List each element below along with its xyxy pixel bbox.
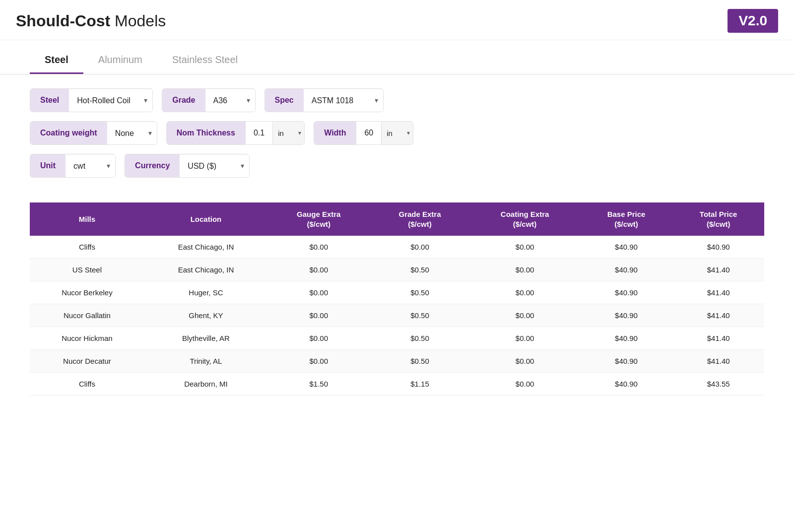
tabs-row: Steel Aluminum Stainless Steel: [0, 45, 794, 74]
cell-gauge-extra: $0.00: [267, 281, 370, 304]
cell-mills: Cliffs: [30, 236, 144, 259]
control-row-1: Steel Hot-Rolled Coil Cold-Rolled Coil P…: [30, 88, 764, 112]
cell-mills: Nucor Gallatin: [30, 304, 144, 327]
nom-thickness-control-group: Nom Thickness 0.1 in mm: [166, 121, 305, 145]
spec-label: Spec: [265, 89, 304, 112]
cell-gauge-extra: $0.00: [267, 327, 370, 350]
table-row: Nucor Hickman Blytheville, AR $0.00 $0.5…: [30, 327, 764, 350]
table-row: Cliffs Dearborn, MI $1.50 $1.15 $0.00 $4…: [30, 373, 764, 396]
cell-gauge-extra: $0.00: [267, 259, 370, 281]
cell-base-price: $40.90: [580, 281, 673, 304]
tab-stainless-steel[interactable]: Stainless Steel: [157, 45, 253, 74]
steel-control-group: Steel Hot-Rolled Coil Cold-Rolled Coil P…: [30, 88, 153, 112]
table-row: Nucor Gallatin Ghent, KY $0.00 $0.50 $0.…: [30, 304, 764, 327]
results-table: Mills Location Gauge Extra($/cwt) Grade …: [30, 202, 764, 396]
nom-thickness-label: Nom Thickness: [167, 122, 245, 144]
cell-gauge-extra: $0.00: [267, 350, 370, 373]
cell-base-price: $40.90: [580, 350, 673, 373]
unit-label: Unit: [30, 154, 66, 177]
cell-grade-extra: $0.50: [370, 327, 470, 350]
cell-base-price: $40.90: [580, 259, 673, 281]
table-row: Nucor Decatur Trinity, AL $0.00 $0.50 $0…: [30, 350, 764, 373]
cell-mills: Cliffs: [30, 373, 144, 396]
table-header-row: Mills Location Gauge Extra($/cwt) Grade …: [30, 202, 764, 236]
steel-select-wrapper: Hot-Rolled Coil Cold-Rolled Coil Plate: [69, 89, 152, 112]
cell-location: Trinity, AL: [144, 350, 267, 373]
cell-total-price: $43.55: [672, 373, 764, 396]
cell-coating-extra: $0.00: [469, 373, 580, 396]
spec-control-group: Spec ASTM 1018 ASTM 1020 ASTM 1045: [265, 88, 384, 112]
currency-select[interactable]: USD ($) EUR (€) GBP (£): [180, 155, 249, 177]
unit-control-group: Unit cwt ton lb: [30, 154, 116, 178]
cell-total-price: $41.40: [672, 304, 764, 327]
results-table-area: Mills Location Gauge Extra($/cwt) Grade …: [0, 187, 794, 415]
table-row: Nucor Berkeley Huger, SC $0.00 $0.50 $0.…: [30, 281, 764, 304]
col-gauge-extra: Gauge Extra($/cwt): [267, 202, 370, 236]
coating-weight-label: Coating weight: [30, 122, 107, 144]
cell-total-price: $41.40: [672, 259, 764, 281]
nom-thickness-value: 0.1: [245, 122, 272, 144]
unit-select-wrapper: cwt ton lb: [66, 155, 115, 177]
unit-select[interactable]: cwt ton lb: [66, 155, 115, 177]
steel-label: Steel: [30, 89, 69, 112]
table-row: US Steel East Chicago, IN $0.00 $0.50 $0…: [30, 259, 764, 281]
nom-thickness-unit-select[interactable]: in mm: [272, 122, 304, 144]
col-base-price: Base Price($/cwt): [580, 202, 673, 236]
cell-total-price: $41.40: [672, 281, 764, 304]
spec-select[interactable]: ASTM 1018 ASTM 1020 ASTM 1045: [304, 89, 383, 112]
cell-mills: Nucor Berkeley: [30, 281, 144, 304]
cell-gauge-extra: $0.00: [267, 236, 370, 259]
cell-grade-extra: $0.50: [370, 281, 470, 304]
cell-grade-extra: $0.50: [370, 259, 470, 281]
grade-label: Grade: [162, 89, 205, 112]
cell-coating-extra: $0.00: [469, 236, 580, 259]
page-header: Should-Cost Models V2.0: [0, 0, 794, 40]
currency-control-group: Currency USD ($) EUR (€) GBP (£): [125, 154, 250, 178]
control-row-2: Coating weight None G60 G90 Nom Thicknes…: [30, 121, 764, 145]
cell-grade-extra: $1.15: [370, 373, 470, 396]
col-mills: Mills: [30, 202, 144, 236]
cell-base-price: $40.90: [580, 236, 673, 259]
grade-control-group: Grade A36 A572 A1011: [162, 88, 255, 112]
currency-label: Currency: [125, 154, 180, 177]
steel-select[interactable]: Hot-Rolled Coil Cold-Rolled Coil Plate: [69, 89, 152, 112]
coating-weight-select[interactable]: None G60 G90: [107, 122, 157, 144]
coating-weight-control-group: Coating weight None G60 G90: [30, 121, 157, 145]
cell-location: Blytheville, AR: [144, 327, 267, 350]
cell-coating-extra: $0.00: [469, 281, 580, 304]
grade-select-wrapper: A36 A572 A1011: [205, 89, 255, 112]
width-value: 60: [356, 122, 381, 144]
cell-base-price: $40.90: [580, 304, 673, 327]
controls-area: Steel Hot-Rolled Coil Cold-Rolled Coil P…: [0, 74, 794, 178]
cell-location: East Chicago, IN: [144, 259, 267, 281]
tab-steel[interactable]: Steel: [30, 45, 83, 74]
width-unit-select[interactable]: in mm: [381, 122, 413, 144]
cell-location: Huger, SC: [144, 281, 267, 304]
currency-select-wrapper: USD ($) EUR (€) GBP (£): [180, 155, 249, 177]
cell-base-price: $40.90: [580, 327, 673, 350]
col-coating-extra: Coating Extra($/cwt): [469, 202, 580, 236]
coating-weight-select-wrapper: None G60 G90: [107, 122, 157, 144]
width-unit-wrapper: in mm: [381, 122, 413, 144]
col-total-price: Total Price($/cwt): [672, 202, 764, 236]
width-control-group: Width 60 in mm: [314, 121, 413, 145]
cell-total-price: $41.40: [672, 350, 764, 373]
cell-gauge-extra: $1.50: [267, 373, 370, 396]
cell-mills: US Steel: [30, 259, 144, 281]
cell-grade-extra: $0.50: [370, 350, 470, 373]
table-row: Cliffs East Chicago, IN $0.00 $0.00 $0.0…: [30, 236, 764, 259]
tab-aluminum[interactable]: Aluminum: [83, 45, 157, 74]
col-location: Location: [144, 202, 267, 236]
cell-total-price: $40.90: [672, 236, 764, 259]
page-title: Should-Cost Models: [16, 12, 166, 30]
cell-grade-extra: $0.00: [370, 236, 470, 259]
version-badge: V2.0: [728, 9, 778, 33]
cell-total-price: $41.40: [672, 327, 764, 350]
cell-gauge-extra: $0.00: [267, 304, 370, 327]
cell-base-price: $40.90: [580, 373, 673, 396]
cell-coating-extra: $0.00: [469, 304, 580, 327]
cell-coating-extra: $0.00: [469, 327, 580, 350]
grade-select[interactable]: A36 A572 A1011: [205, 89, 255, 112]
cell-location: Ghent, KY: [144, 304, 267, 327]
spec-select-wrapper: ASTM 1018 ASTM 1020 ASTM 1045: [304, 89, 383, 112]
